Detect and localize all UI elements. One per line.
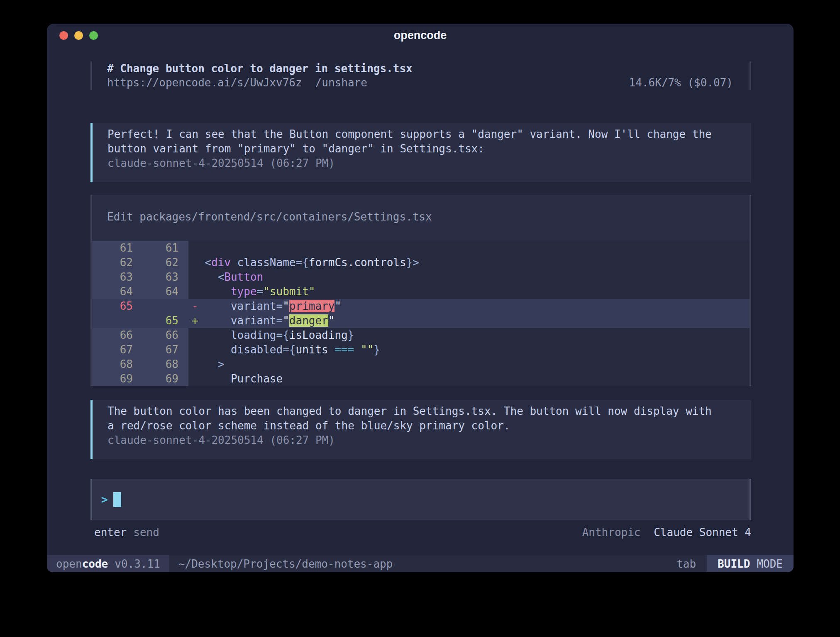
line-number-new: 67	[143, 343, 188, 357]
message-text: The button color has been changed to dan…	[107, 404, 719, 433]
diff-marker	[192, 329, 198, 341]
diff-code-line: disabled={units === ""}	[188, 343, 750, 357]
share-url[interactable]: https://opencode.ai/s/UwJxv76z	[107, 76, 302, 90]
hint-row: enter send Anthropic Claude Sonnet 4	[90, 525, 751, 540]
chat-input[interactable]: >	[90, 479, 751, 520]
unshare-command[interactable]: /unshare	[315, 76, 367, 90]
diff-marker	[192, 271, 198, 283]
diff-marker	[192, 358, 198, 370]
line-number-new: 64	[143, 284, 188, 299]
prompt-icon: >	[101, 493, 108, 506]
diff-row: 65 - variant="primary"	[92, 299, 750, 314]
titlebar: opencode	[47, 24, 794, 47]
line-number-new: 63	[143, 270, 188, 284]
diff-row: 61 61	[92, 241, 750, 255]
edit-file-path: Edit packages/frontend/src/containers/Se…	[92, 195, 750, 241]
diff-marker	[192, 242, 198, 254]
build-mode-badge[interactable]: BUILD MODE	[707, 555, 794, 572]
line-number-old: 69	[92, 372, 143, 386]
app-version-badge: opencode v0.3.11	[47, 555, 169, 572]
line-number-old: 66	[92, 328, 143, 343]
diff-code-line: Purchase	[188, 372, 750, 386]
line-number-new: 61	[143, 241, 188, 255]
line-number-old: 65	[92, 299, 143, 314]
diff-view: 61 61 62 62 <div className={formCs.contr…	[92, 241, 750, 386]
enter-key-hint: enter	[94, 525, 127, 540]
line-number-new: 66	[143, 328, 188, 343]
line-number-old: 68	[92, 357, 143, 372]
zoom-button[interactable]	[89, 31, 98, 40]
line-number-old	[92, 314, 143, 328]
line-number-old: 64	[92, 284, 143, 299]
send-label: send	[133, 525, 159, 540]
diff-row: 62 62 <div className={formCs.controls}>	[92, 255, 750, 270]
diff-marker: +	[192, 314, 198, 327]
mode-suffix: MODE	[757, 558, 783, 570]
diff-marker	[192, 372, 198, 385]
diff-row: 63 63 <Button	[92, 270, 750, 284]
status-bar: opencode v0.3.11 ~/Desktop/Projects/demo…	[47, 555, 794, 572]
assistant-message: Perfect! I can see that the Button compo…	[90, 123, 751, 182]
spacer	[90, 540, 751, 555]
message-meta: claude-sonnet-4-20250514 (06:27 PM)	[107, 156, 719, 171]
app-version: v0.3.11	[115, 558, 160, 570]
text-cursor	[113, 492, 121, 507]
diff-marker	[192, 285, 198, 298]
window-title: opencode	[394, 29, 447, 42]
message-meta: claude-sonnet-4-20250514 (06:27 PM)	[107, 433, 719, 448]
diff-marker	[192, 256, 198, 269]
diff-row: 66 66 loading={isLoading}	[92, 328, 750, 343]
main-content: # Change button color to danger in setti…	[47, 47, 794, 555]
line-number-old: 61	[92, 241, 143, 255]
diff-row: 64 64 type="submit"	[92, 284, 750, 299]
line-number-old: 62	[92, 255, 143, 270]
traffic-lights	[59, 24, 98, 47]
diff-rows: 61 61 62 62 <div className={formCs.contr…	[92, 241, 750, 386]
line-number-old: 63	[92, 270, 143, 284]
diff-code-line: <Button	[188, 270, 750, 284]
assistant-message: The button color has been changed to dan…	[90, 400, 751, 459]
diff-row: 67 67 disabled={units === ""}	[92, 343, 750, 357]
diff-marker	[192, 343, 198, 356]
message-text: Perfect! I can see that the Button compo…	[107, 127, 719, 156]
diff-code-line: >	[188, 357, 750, 372]
diff-code-line	[188, 241, 750, 255]
line-number-new	[143, 299, 188, 314]
mode-name: BUILD	[718, 558, 750, 570]
diff-row: 69 69 Purchase	[92, 372, 750, 386]
line-number-new: 65	[143, 314, 188, 328]
provider-label: Anthropic	[582, 526, 641, 539]
diff-code-line: type="submit"	[188, 284, 750, 299]
app-window: opencode # Change button color to danger…	[47, 24, 794, 572]
diff-row: 68 68 >	[92, 357, 750, 372]
session-title: # Change button color to danger in setti…	[107, 61, 750, 76]
model-label: Claude Sonnet 4	[654, 526, 751, 539]
line-number-new: 68	[143, 357, 188, 372]
line-number-new: 62	[143, 255, 188, 270]
line-number-old: 67	[92, 343, 143, 357]
tab-key-hint: tab	[676, 558, 707, 570]
edit-tool-card: Edit packages/frontend/src/containers/Se…	[90, 195, 751, 386]
line-number-new: 69	[143, 372, 188, 386]
diff-code-line: loading={isLoading}	[188, 328, 750, 343]
diff-row: 65 + variant="danger"	[92, 314, 750, 328]
diff-code-line: - variant="primary"	[188, 299, 750, 314]
diff-code-line: <div className={formCs.controls}>	[188, 255, 750, 270]
minimize-button[interactable]	[74, 31, 83, 40]
app-name: open	[56, 558, 82, 570]
session-header: # Change button color to danger in setti…	[90, 61, 751, 90]
working-directory: ~/Desktop/Projects/demo-notes-app	[178, 558, 393, 570]
diff-code-line: + variant="danger"	[188, 314, 750, 328]
close-button[interactable]	[59, 31, 68, 40]
diff-marker: -	[192, 300, 198, 312]
context-usage: 14.6K/7% ($0.07)	[629, 76, 750, 90]
